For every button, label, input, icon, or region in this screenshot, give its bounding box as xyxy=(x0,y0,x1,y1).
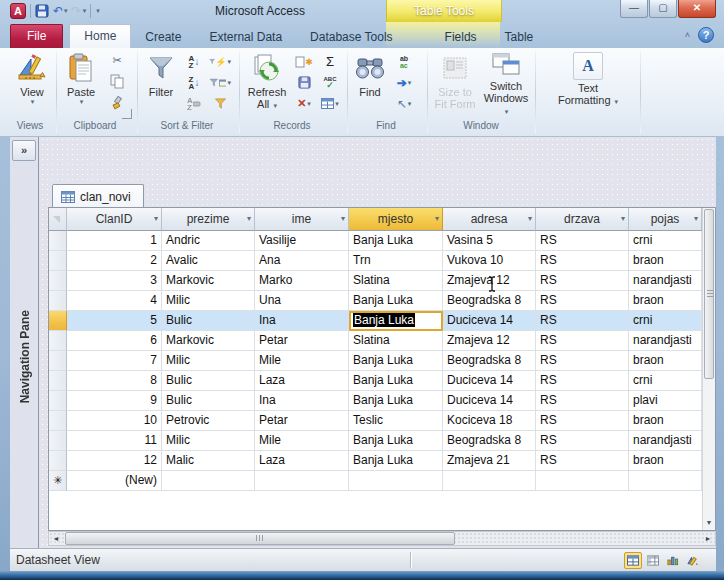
cell-mjesto[interactable]: Banja Luka xyxy=(349,311,443,331)
document-tab-clan-novi[interactable]: clan_novi xyxy=(52,184,144,209)
row-selector[interactable] xyxy=(49,431,67,451)
row-selector[interactable] xyxy=(49,451,67,471)
cell-mjesto[interactable]: Banja Luka xyxy=(349,431,443,451)
vertical-scrollbar[interactable]: ▼ xyxy=(702,208,715,530)
column-header-ClanID[interactable]: ClanID▾ xyxy=(67,208,162,231)
cell-drzava[interactable]: RS xyxy=(536,311,629,331)
cell-drzava[interactable]: RS xyxy=(536,291,629,311)
cell-ime[interactable]: Petar xyxy=(255,411,349,431)
cell-prezime[interactable]: Markovic xyxy=(162,271,255,291)
tab-database-tools[interactable]: Database Tools xyxy=(296,26,407,48)
cell-ime[interactable]: Ina xyxy=(255,391,349,411)
tab-fields[interactable]: Fields xyxy=(431,26,491,48)
cell-prezime[interactable]: Markovic xyxy=(162,331,255,351)
cell-drzava[interactable]: RS xyxy=(536,431,629,451)
size-to-fit-form-button[interactable]: Size toFit Form xyxy=(431,50,479,118)
cell-ClanID[interactable]: 12 xyxy=(67,451,162,471)
cell-ClanID[interactable]: 6 xyxy=(67,331,162,351)
cell-prezime[interactable]: Milic xyxy=(162,431,255,451)
cell-prezime[interactable]: Milic xyxy=(162,351,255,371)
scroll-right-icon[interactable]: ► xyxy=(701,535,715,542)
new-record-marker-icon[interactable]: ✳ xyxy=(49,471,67,491)
cell-mjesto[interactable]: Trn xyxy=(349,251,443,271)
column-header-prezime[interactable]: prezime▾ xyxy=(162,208,255,231)
cell-prezime[interactable]: Bulic xyxy=(162,311,255,331)
nav-pane-open-button[interactable]: » xyxy=(12,140,36,161)
cell-ClanID[interactable]: 9 xyxy=(67,391,162,411)
cell-pojas[interactable]: narandjasti xyxy=(629,431,702,451)
cell-mjesto[interactable]: Slatina xyxy=(349,271,443,291)
horizontal-scrollbar-thumb[interactable] xyxy=(65,532,455,545)
select-all-corner-cell[interactable] xyxy=(49,208,67,231)
column-header-ime[interactable]: ime▾ xyxy=(255,208,349,231)
selection-filter-button[interactable]: ⚡ ▾ xyxy=(209,51,231,72)
cell-drzava[interactable]: RS xyxy=(536,251,629,271)
new-cell-pojas[interactable] xyxy=(629,471,702,491)
cell-ime[interactable]: Petar xyxy=(255,331,349,351)
remove-sort-button[interactable]: AZ xyxy=(183,93,205,114)
cell-ime[interactable]: Ana xyxy=(255,251,349,271)
cell-mjesto[interactable]: Slatina xyxy=(349,331,443,351)
cell-adresa[interactable]: Beogradska 8 xyxy=(443,351,536,371)
cell-drzava[interactable]: RS xyxy=(536,391,629,411)
row-selector[interactable] xyxy=(49,331,67,351)
column-header-pojas[interactable]: pojas▾ xyxy=(629,208,702,231)
navigation-pane-label[interactable]: Navigation Pane xyxy=(10,257,39,457)
column-dropdown-icon[interactable]: ▾ xyxy=(247,208,251,230)
cell-pojas[interactable]: braon xyxy=(629,251,702,271)
qat-customize-button[interactable]: ▾ xyxy=(95,4,100,18)
column-header-adresa[interactable]: adresa▾ xyxy=(443,208,536,231)
cell-pojas[interactable]: crni xyxy=(629,311,702,331)
column-header-mjesto[interactable]: mjesto▾ xyxy=(349,208,443,231)
cell-ClanID[interactable]: 1 xyxy=(67,231,162,251)
cell-ime[interactable]: Vasilije xyxy=(255,231,349,251)
row-selector[interactable] xyxy=(49,371,67,391)
help-button[interactable]: ? xyxy=(698,27,714,43)
cell-ClanID[interactable]: 11 xyxy=(67,431,162,451)
cut-button[interactable]: ✂ xyxy=(106,50,128,71)
column-dropdown-icon[interactable]: ▾ xyxy=(154,208,158,230)
redo-button[interactable]: ↷▾ xyxy=(72,4,87,18)
cell-mjesto[interactable]: Teslic xyxy=(349,411,443,431)
copy-button[interactable] xyxy=(106,71,128,92)
cell-pojas[interactable]: crni xyxy=(629,371,702,391)
cell-drzava[interactable]: RS xyxy=(536,371,629,391)
column-dropdown-icon[interactable]: ▾ xyxy=(435,208,439,230)
cell-adresa[interactable]: Vukova 10 xyxy=(443,251,536,271)
cell-ime[interactable]: Mile xyxy=(255,351,349,371)
cell-adresa[interactable]: Vasina 5 xyxy=(443,231,536,251)
cell-ClanID[interactable]: 3 xyxy=(67,271,162,291)
close-button[interactable]: ✕ xyxy=(678,0,716,18)
new-cell-ClanID[interactable]: (New) xyxy=(67,471,162,491)
cell-drzava[interactable]: RS xyxy=(536,411,629,431)
sort-descending-button[interactable]: ZA ↓ xyxy=(183,72,205,93)
refresh-all-button[interactable]: RefreshAll ▾ xyxy=(243,50,291,118)
find-button[interactable]: Find xyxy=(351,50,389,118)
cell-adresa[interactable]: Kociceva 18 xyxy=(443,411,536,431)
save-record-button[interactable] xyxy=(293,72,315,93)
cell-pojas[interactable]: braon xyxy=(629,291,702,311)
cell-mjesto[interactable]: Banja Luka xyxy=(349,231,443,251)
totals-button[interactable]: Σ xyxy=(319,51,341,72)
ribbon-collapse-icon[interactable]: ˄ xyxy=(685,30,690,40)
cell-drzava[interactable]: RS xyxy=(536,451,629,471)
row-selector[interactable] xyxy=(49,231,67,251)
replace-button[interactable]: abac xyxy=(393,51,415,72)
new-cell-adresa[interactable] xyxy=(443,471,536,491)
tab-create[interactable]: Create xyxy=(131,26,195,48)
toggle-filter-button[interactable] xyxy=(209,93,231,114)
cell-pojas[interactable]: braon xyxy=(629,411,702,431)
column-dropdown-icon[interactable]: ▾ xyxy=(621,208,625,230)
row-selector[interactable] xyxy=(49,291,67,311)
tab-file[interactable]: File xyxy=(10,24,63,48)
paste-button[interactable]: Paste ▾ xyxy=(60,50,102,118)
cell-drzava[interactable]: RS xyxy=(536,331,629,351)
more-records-button[interactable]: ▾ xyxy=(319,93,341,114)
select-button[interactable]: ↖ ▾ xyxy=(393,93,415,114)
spelling-button[interactable]: ABC✓ xyxy=(319,72,341,93)
undo-button[interactable]: ↶▾ xyxy=(53,4,68,18)
cell-ClanID[interactable]: 10 xyxy=(67,411,162,431)
row-selector[interactable] xyxy=(49,391,67,411)
scroll-down-icon[interactable]: ▼ xyxy=(703,516,715,529)
delete-record-button[interactable]: ✕ ▾ xyxy=(293,93,315,114)
